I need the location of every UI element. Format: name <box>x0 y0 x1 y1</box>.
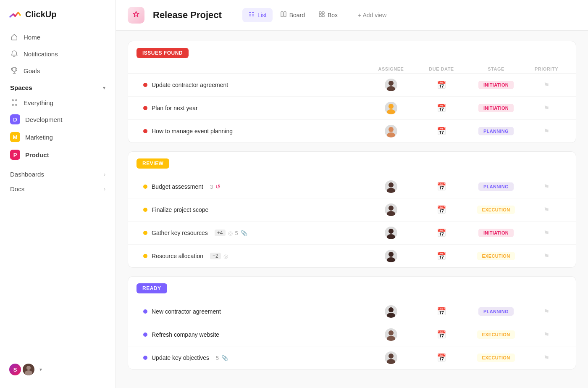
task-name: New contractor agreement <box>152 308 221 315</box>
calendar-icon: 📅 <box>437 307 446 316</box>
sidebar-item-goals[interactable]: Goals <box>5 62 110 79</box>
group-header-review: REVIEW <box>128 152 576 175</box>
docs-label: Docs <box>10 185 24 193</box>
svg-point-21 <box>387 188 395 193</box>
table-row[interactable]: Update key objectives 5 📎 📅 EXECUTION <box>128 346 576 369</box>
user-avatar-2 <box>22 363 35 376</box>
due-date-cell: 📅 <box>416 353 467 362</box>
app-name: ClickUp <box>25 10 56 19</box>
task-name: How to manage event planning <box>152 128 233 135</box>
home-label: Home <box>24 34 40 41</box>
table-row[interactable]: Update contractor agreement 📅 INITIATION… <box>128 74 576 97</box>
marketing-label: Marketing <box>25 134 53 141</box>
table-row[interactable]: Plan for next year 📅 INITIATION ⚑ <box>128 97 576 120</box>
task-name: Gather key resources <box>152 230 208 236</box>
sidebar-item-everything[interactable]: Everything <box>5 95 110 111</box>
footer-chevron-icon[interactable]: ▾ <box>39 367 42 372</box>
table-row[interactable]: New contractor agreement 📅 PLANNING ⚑ <box>128 300 576 323</box>
svg-rect-8 <box>281 12 283 17</box>
sidebar-item-home[interactable]: Home <box>5 29 110 45</box>
table-row[interactable]: Gather key resources +4 ◎ 5 📎 📅 <box>128 222 576 245</box>
task-name-cell: Update contractor agreement <box>143 82 366 88</box>
dashboards-arrow: › <box>104 171 105 177</box>
sidebar-item-dashboards[interactable]: Dashboards › <box>5 167 110 182</box>
due-date-cell: 📅 <box>416 228 467 238</box>
sidebar-item-marketing[interactable]: M Marketing <box>5 128 110 146</box>
stage-cell: PLANNING <box>467 307 525 316</box>
svg-rect-12 <box>319 15 321 17</box>
svg-rect-10 <box>319 12 321 14</box>
table-row[interactable]: How to manage event planning 📅 PLANNING … <box>128 120 576 143</box>
tab-box[interactable]: Box <box>312 8 344 22</box>
task-dot <box>143 129 147 133</box>
spaces-title: Spaces <box>10 84 32 91</box>
calendar-icon: 📅 <box>437 103 446 113</box>
attachment-icon: 📎 <box>221 355 228 361</box>
tab-board[interactable]: Board <box>274 8 311 22</box>
avatar <box>385 102 397 114</box>
due-date-cell: 📅 <box>416 251 467 261</box>
flag-icon: ⚑ <box>543 81 549 89</box>
task-dot <box>143 231 147 235</box>
task-dot <box>143 185 147 189</box>
table-row[interactable]: Budget assessment 3 ↺ 📅 PLANNING <box>128 175 576 198</box>
add-view-button[interactable]: + Add view <box>352 9 392 21</box>
flag-icon: ⚑ <box>543 206 549 214</box>
task-name-cell: Refresh company website <box>143 331 366 338</box>
task-dot <box>143 333 147 337</box>
svg-point-16 <box>388 104 394 109</box>
svg-rect-4 <box>249 14 251 15</box>
sidebar-item-product[interactable]: P Product <box>5 146 110 164</box>
group-badge-review: REVIEW <box>136 158 169 169</box>
sidebar-item-notifications[interactable]: Notifications <box>5 45 110 62</box>
flag-icon: ⚑ <box>543 308 549 316</box>
assignee-cell <box>366 328 416 341</box>
task-name: Finalize project scope <box>152 206 208 213</box>
tab-list[interactable]: List <box>242 8 273 22</box>
svg-rect-2 <box>249 12 251 13</box>
avatar <box>385 305 397 318</box>
task-name-cell: Budget assessment 3 ↺ <box>143 183 366 190</box>
task-meta: +4 ◎ 5 📎 <box>215 230 247 236</box>
flag-icon: ⚑ <box>543 354 549 362</box>
assignee-cell <box>366 227 416 239</box>
svg-point-32 <box>388 354 394 359</box>
assignee-cell <box>366 125 416 137</box>
task-group-issues-found: ISSUES FOUND ASSIGNEE DUE DATE STAGE PRI… <box>128 41 576 143</box>
group-header-ready: READY <box>128 277 576 300</box>
svg-point-27 <box>387 257 395 262</box>
table-row[interactable]: Refresh company website 📅 EXECUTION ⚑ <box>128 323 576 346</box>
priority-cell: ⚑ <box>525 81 567 89</box>
svg-rect-7 <box>252 16 254 16</box>
sidebar-logo: ClickUp <box>0 0 116 29</box>
spaces-section-header[interactable]: Spaces ▾ <box>0 79 116 95</box>
subtask-icon: ↺ <box>215 183 220 190</box>
stage-cell: INITIATION <box>467 104 525 112</box>
svg-point-1 <box>25 370 32 375</box>
task-name: Budget assessment <box>152 183 203 190</box>
flag-icon: ⚑ <box>543 183 549 191</box>
project-title: Release Project <box>153 10 222 21</box>
board-tab-label: Board <box>289 12 305 18</box>
avatar <box>385 180 397 193</box>
task-list-content: ISSUES FOUND ASSIGNEE DUE DATE STAGE PRI… <box>116 31 588 388</box>
table-row[interactable]: Resource allocation +2 ◎ 📅 EXECUTION <box>128 245 576 267</box>
task-dot <box>143 83 147 87</box>
col-header-priority: PRIORITY <box>525 66 567 71</box>
svg-rect-3 <box>252 12 254 13</box>
stage-cell: PLANNING <box>467 182 525 191</box>
svg-point-26 <box>388 252 394 257</box>
group-badge-issues-found: ISSUES FOUND <box>136 48 189 58</box>
status-badge: PLANNING <box>478 182 514 191</box>
sidebar-item-docs[interactable]: Docs › <box>5 182 110 196</box>
task-name: Update key objectives <box>152 354 209 361</box>
table-row[interactable]: Finalize project scope 📅 EXECUTION ⚑ <box>128 198 576 222</box>
sidebar-item-development[interactable]: D Development <box>5 111 110 128</box>
task-name: Plan for next year <box>152 105 198 111</box>
task-name-cell: Resource allocation +2 ◎ <box>143 253 366 259</box>
priority-cell: ⚑ <box>525 229 567 237</box>
assignee-cell <box>366 180 416 193</box>
assignee-cell <box>366 102 416 114</box>
svg-point-30 <box>388 330 394 335</box>
due-date-cell: 📅 <box>416 307 467 316</box>
